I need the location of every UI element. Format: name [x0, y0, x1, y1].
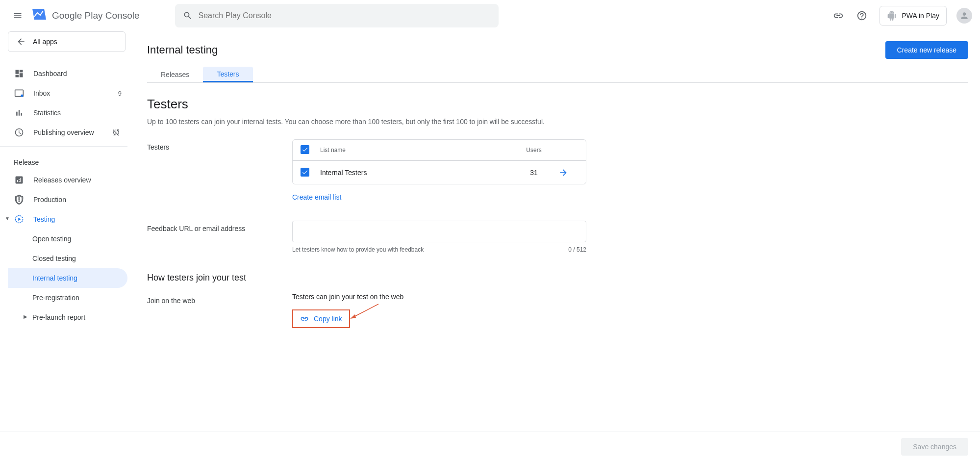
svg-marker-5: [350, 314, 356, 319]
sidebar-item-label: Pre-registration: [32, 294, 79, 302]
row-users: 31: [509, 169, 558, 177]
sidebar-item-label: Inbox: [33, 89, 109, 97]
sidebar-item-dashboard[interactable]: Dashboard: [8, 64, 127, 83]
tab-testers[interactable]: Testers: [203, 67, 252, 82]
production-icon: [14, 195, 24, 205]
inbox-icon: [14, 88, 24, 98]
logo[interactable]: Google Play Console: [31, 8, 140, 24]
testing-icon: [14, 214, 24, 224]
table-header: List name Users: [293, 140, 586, 160]
testers-description: Up to 100 testers can join your internal…: [147, 118, 968, 126]
main-content: Internal testing Create new release Rele…: [127, 31, 980, 367]
copy-link-label: Copy link: [314, 315, 342, 323]
sidebar-item-testing[interactable]: ▼ Testing: [8, 209, 127, 229]
sidebar-item-label: Testing: [33, 215, 122, 223]
link-button[interactable]: [829, 6, 848, 26]
select-all-checkbox[interactable]: [301, 145, 309, 154]
arrow-left-icon: [16, 37, 26, 47]
sidebar-item-publishing-overview[interactable]: Publishing overview: [8, 123, 127, 142]
chevron-down-icon: ▼: [5, 216, 10, 221]
page-header: Internal testing Create new release: [147, 31, 968, 67]
link-icon: [833, 10, 844, 21]
dashboard-icon: [14, 69, 24, 78]
sidebar-item-label: Open testing: [32, 235, 71, 243]
table-row[interactable]: Internal Testers 31: [293, 160, 586, 184]
app-selector-chip[interactable]: PWA in Play: [879, 6, 947, 26]
sidebar-item-label: Statistics: [33, 109, 122, 117]
arrow-right-icon: [558, 168, 568, 178]
person-icon: [959, 11, 969, 21]
app-header: Google Play Console PWA in Play: [0, 0, 980, 31]
app-chip-label: PWA in Play: [902, 12, 939, 20]
sidebar-item-open-testing[interactable]: Open testing: [8, 229, 127, 249]
sidebar-item-pre-launch-report[interactable]: ▶ Pre-launch report: [8, 307, 127, 327]
sidebar-item-label: Internal testing: [32, 274, 77, 282]
tabs: Releases Testers: [147, 67, 968, 83]
feedback-counter: 0 / 512: [568, 246, 586, 253]
help-button[interactable]: [852, 6, 872, 26]
sidebar-item-releases-overview[interactable]: Releases overview: [8, 170, 127, 190]
svg-line-4: [353, 304, 378, 317]
sidebar-item-label: Publishing overview: [33, 128, 102, 136]
sidebar-item-pre-registration[interactable]: Pre-registration: [8, 288, 127, 307]
join-row-label: Join on the web: [147, 293, 292, 328]
user-avatar[interactable]: [956, 8, 972, 24]
search-input[interactable]: [199, 11, 491, 20]
sidebar-item-label: Closed testing: [32, 255, 76, 262]
sidebar-item-label: Releases overview: [33, 176, 122, 184]
testers-table: List name Users Internal Testers 31: [292, 139, 586, 184]
join-heading: How testers join your test: [147, 273, 968, 283]
help-icon: [856, 10, 867, 21]
releases-overview-icon: [14, 175, 24, 185]
chevron-right-icon: ▶: [24, 314, 27, 319]
feedback-helper: Let testers know how to provide you with…: [292, 246, 424, 253]
statistics-icon: [14, 108, 24, 118]
android-icon: [887, 11, 897, 21]
play-console-logo-icon: [31, 8, 47, 24]
feedback-label: Feedback URL or email address: [147, 221, 292, 253]
sidebar-item-label: Dashboard: [33, 70, 122, 77]
copy-link-button[interactable]: Copy link: [292, 309, 350, 328]
sidebar-item-label: Production: [33, 196, 122, 204]
check-icon: [302, 169, 308, 176]
row-checkbox[interactable]: [301, 168, 309, 177]
join-row-desc: Testers can join your test on the web: [292, 293, 586, 301]
svg-marker-3: [18, 218, 21, 221]
col-list-name: List name: [320, 147, 509, 154]
publishing-icon: [14, 128, 24, 137]
sidebar-section-release: Release: [8, 153, 127, 170]
testers-heading: Testers: [147, 97, 968, 112]
create-new-release-button[interactable]: Create new release: [885, 41, 968, 59]
tab-releases[interactable]: Releases: [147, 67, 203, 82]
page-title: Internal testing: [147, 44, 218, 56]
sidebar-item-internal-testing[interactable]: Internal testing: [8, 268, 127, 288]
sidebar-item-inbox[interactable]: Inbox 9: [8, 83, 127, 103]
row-arrow-button[interactable]: [558, 168, 578, 178]
svg-point-1: [21, 95, 23, 97]
sidebar-item-statistics[interactable]: Statistics: [8, 103, 127, 123]
search-icon: [183, 11, 193, 21]
all-apps-label: All apps: [33, 38, 57, 46]
col-users: Users: [509, 147, 558, 154]
logo-text: Google Play Console: [52, 10, 140, 21]
feedback-input[interactable]: [292, 221, 586, 242]
link-icon: [300, 314, 309, 323]
sync-off-icon: [112, 128, 121, 137]
sidebar-item-label: Pre-launch report: [32, 313, 85, 321]
check-icon: [302, 146, 308, 153]
hamburger-menu-button[interactable]: [8, 6, 27, 26]
sidebar-item-closed-testing[interactable]: Closed testing: [8, 249, 127, 268]
row-list-name: Internal Testers: [320, 169, 509, 177]
all-apps-button[interactable]: All apps: [8, 31, 126, 52]
sidebar-item-production[interactable]: Production: [8, 190, 127, 209]
inbox-badge: 9: [118, 90, 122, 97]
testers-group-label: Testers: [147, 139, 292, 201]
sidebar: All apps Dashboard Inbox 9 Statistics Pu…: [0, 31, 127, 367]
create-email-list-link[interactable]: Create email list: [292, 193, 341, 201]
menu-icon: [13, 11, 23, 21]
search-box[interactable]: [175, 4, 499, 27]
annotation-arrow-icon: [349, 302, 383, 321]
